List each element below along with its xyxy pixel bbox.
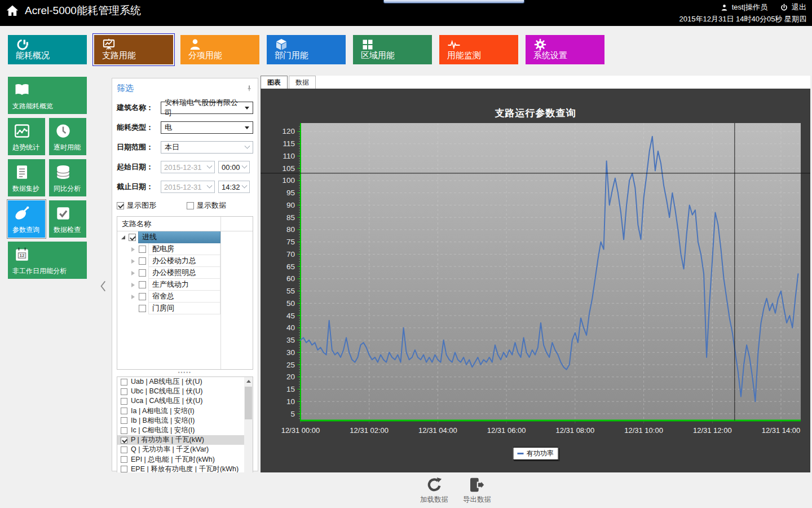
y-tick-label: 110 [283,152,295,160]
end-date-field[interactable]: 2015-12-31 [161,181,215,193]
tree-expander-icon[interactable] [120,235,126,239]
sidebar-tile-label: 同比分析 [54,184,81,194]
nav-tile-grid[interactable]: 区域用能 [353,35,432,64]
checkbox-icon[interactable] [187,202,194,209]
parameter-label: Ib | B相电流 | 安培(I) [131,416,195,426]
panel-splitter[interactable]: ▪▪▪▪▪ [117,370,253,376]
tree-row[interactable]: 进线 [117,231,253,243]
tab-data[interactable]: 数据 [289,76,316,89]
start-date-field[interactable]: 2015-12-31 [161,161,215,173]
tree-row[interactable]: 生产线动力 [117,279,253,291]
tree-expander-icon[interactable] [130,271,136,275]
y-tick-label: 5 [290,410,295,418]
sidebar-tile-label: 支路能耗概览 [12,102,53,111]
collapse-panel-chevron[interactable] [97,280,109,295]
parameter-label: Q | 无功功率 | 千乏(kVar) [131,445,209,454]
y-tick-label: 120 [282,127,295,135]
presentation-icon [102,38,116,51]
checkbox-icon[interactable] [121,437,127,444]
nav-tile-person[interactable]: 分项用能 [180,35,259,64]
energy-type-select[interactable]: 电 [161,121,253,134]
nav-tile-label: 分项用能 [188,50,222,61]
nav-tile-bar-chart[interactable]: 能耗概况 [8,35,87,64]
parameter-row[interactable]: P | 有功功率 | 千瓦(kW) [117,435,244,445]
checkbox-icon[interactable] [139,269,146,277]
date-range-select[interactable]: 本日 [161,141,253,154]
export-data-button[interactable]: 导出数据 [463,476,491,505]
parameter-row[interactable]: Ia | A相电流 | 安培(I) [117,406,244,416]
parameter-label: Ia | A相电流 | 安培(I) [131,406,195,416]
book-icon [14,81,30,98]
tree-row[interactable]: 办公楼照明总 [117,267,253,279]
y-tick-label: 40 [286,323,295,332]
logout-button[interactable]: 退出 [792,2,806,12]
tree-expander-icon[interactable] [130,295,136,299]
parameter-row[interactable]: Ic | C相电流 | 安培(I) [117,426,244,435]
sidebar-tile-book[interactable]: 支路能耗概览 [8,77,87,114]
checkbox-icon[interactable] [121,446,127,453]
checkbox-icon[interactable] [139,281,146,288]
sidebar-tile-database[interactable]: 同比分析 [49,159,86,196]
y-tick-label: 15 [286,385,295,393]
checkbox-icon[interactable] [121,417,127,424]
checkbox-icon[interactable] [139,293,146,300]
start-time-field[interactable]: 00:00 [218,161,250,173]
checkbox-icon[interactable] [139,305,146,312]
end-time-field[interactable]: 14:32 [218,181,250,193]
sidebar-tile-check-square[interactable]: 数据检查 [49,200,86,238]
tree-expander-icon[interactable] [130,247,136,252]
tree-expander-icon[interactable] [130,259,136,264]
tree-row[interactable]: 宿舍总 [117,291,253,303]
display-option-checkbox[interactable]: 显示图形 [117,200,183,211]
nav-tile-gear[interactable]: 系统设置 [526,35,604,64]
checkbox-icon[interactable] [139,246,146,253]
tree-expander-icon[interactable] [130,283,136,287]
tree-row[interactable]: 门房间 [117,303,253,314]
x-tick-label: 12/31 14:00 [762,426,801,435]
checkbox-icon[interactable] [121,379,127,386]
sidebar-tile-calendar[interactable]: 12非工作日用能分析 [8,242,87,279]
sidebar-tile-satellite[interactable]: 参数查询 [8,200,45,238]
tab-chart[interactable]: 图表 [261,76,288,89]
tree-row[interactable]: 办公楼动力总 [117,255,253,267]
checkbox-label: 显示数据 [197,200,226,211]
tree-row[interactable]: 配电房 [117,243,253,255]
checkbox-icon[interactable] [139,257,146,265]
x-tick-label: 12/31 02:00 [350,426,389,435]
checkbox-icon[interactable] [117,202,124,209]
nav-tile-presentation[interactable]: 支路用能 [94,35,173,64]
sidebar-tile-document[interactable]: 数据集抄 [8,159,45,196]
nav-tile-pulse[interactable]: 用能监测 [439,35,518,64]
nav-tile-cube[interactable]: 部门用能 [267,35,346,64]
building-select[interactable]: 安科瑞电气股份有限公司 [161,102,253,114]
y-tick-label: 85 [286,213,295,222]
y-tick-label: 95 [286,189,295,197]
checkbox-icon[interactable] [121,388,127,395]
checkbox-icon[interactable] [121,466,127,472]
parameter-row[interactable]: Ib | B相电流 | 安培(I) [117,416,244,426]
y-tick-label: 65 [286,262,295,271]
parameter-row[interactable]: Uca | CA线电压 | 伏(U) [117,396,244,406]
sidebar-tile-clock[interactable]: 逐时用能 [49,118,86,155]
x-tick-label: 12/31 04:00 [418,426,457,435]
date-range-label: 日期范围： [117,142,157,152]
chevron-left-icon [97,280,109,292]
checkbox-icon[interactable] [121,456,127,463]
display-option-checkbox[interactable]: 显示数据 [187,200,253,211]
parameter-row[interactable]: EPI | 总电能 | 千瓦时(kWh) [117,455,244,465]
scrollbar[interactable] [244,377,253,483]
checkbox-icon[interactable] [121,408,127,414]
sidebar-tile-trend[interactable]: 趋势统计 [8,118,45,155]
scroll-up-arrow[interactable] [244,377,253,386]
tree-node-label: 进线 [138,231,220,243]
checkbox-icon[interactable] [129,234,136,241]
checkbox-icon[interactable] [121,427,127,434]
parameter-row[interactable]: Ubc | BC线电压 | 伏(U) [117,387,244,396]
nav-tile-label: 系统设置 [533,50,567,61]
parameter-row[interactable]: Q | 无功功率 | 千乏(kVar) [117,445,244,454]
dropdown-arrow-icon [245,126,249,129]
parameter-row[interactable]: Uab | AB线电压 | 伏(U) [117,377,244,387]
reload-data-button[interactable]: 加载数据 [420,476,448,505]
scrollbar-thumb[interactable] [245,387,252,419]
checkbox-icon[interactable] [121,398,127,405]
